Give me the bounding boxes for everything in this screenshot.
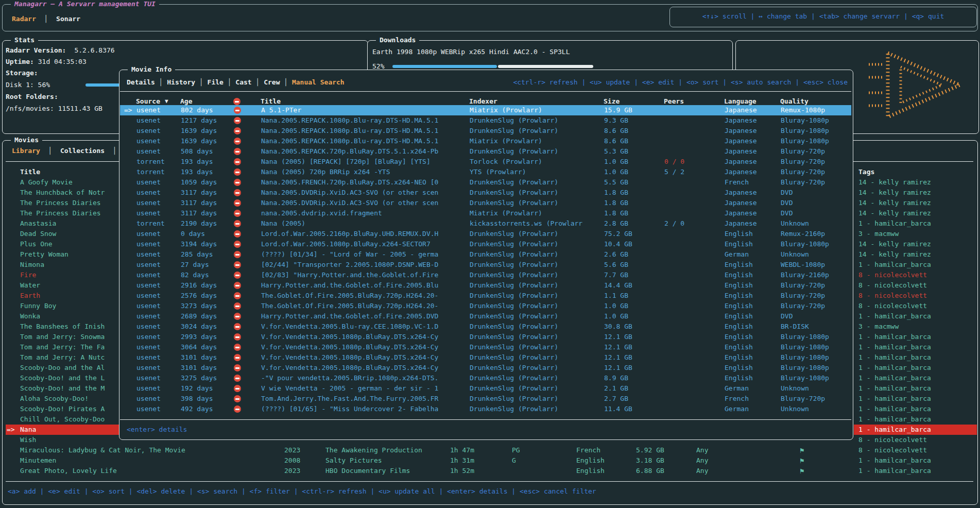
release-indexer: DrunkenSlug (Prowlarr) bbox=[470, 332, 558, 342]
release-row[interactable]: usenet3117 daysnana.2005.dvdrip.xvid.fra… bbox=[120, 208, 851, 218]
release-quality: Bluray-1080p bbox=[781, 115, 829, 126]
tab-sonarr[interactable]: Sonarr bbox=[56, 15, 80, 23]
movie-title[interactable]: Minutemen bbox=[20, 455, 56, 466]
movie-tag: 1 - hamilcar_barca bbox=[858, 466, 931, 476]
uptime-label: Uptime: bbox=[6, 58, 34, 65]
tab-separator: │ bbox=[36, 15, 56, 23]
release-row[interactable]: torrent193 daysNana (2005) [REPACK] [720… bbox=[120, 157, 851, 167]
movie-title[interactable]: Funny Boy bbox=[20, 301, 56, 311]
release-row[interactable]: usenet1639 daysNana.2005.REPACK.1080p.Bl… bbox=[120, 126, 851, 136]
rejected-icon bbox=[234, 189, 241, 196]
movie-info-tabs: Details │ History │ File │ Cast │ Crew │… bbox=[127, 77, 345, 88]
movie-title[interactable]: Great Photo, Lovely Life bbox=[20, 466, 117, 476]
release-row[interactable]: usenet3101 daysV.for.Vendetta.2005.1080p… bbox=[120, 363, 851, 373]
movie-title[interactable]: The Hunchback of Notr bbox=[20, 188, 105, 198]
release-row[interactable]: usenet192 daysV wie Vendetta - 2005 - ge… bbox=[120, 383, 851, 394]
release-row[interactable]: usenet1217 daysNana.2005.REPACK.1080p.Bl… bbox=[120, 115, 851, 126]
movie-title[interactable]: Scooby-Doo! and the L bbox=[20, 373, 105, 383]
movie-title[interactable]: Pretty Woman bbox=[20, 249, 68, 260]
release-row[interactable]: torrent193 daysNana (2005) 720p BRRip x2… bbox=[120, 167, 851, 177]
movie-title[interactable]: Tom and Jerry: Snowma bbox=[20, 332, 105, 342]
release-size: 12.1 GB bbox=[604, 342, 632, 352]
movies-panel-title: Movies bbox=[11, 136, 42, 144]
release-row[interactable]: usenet82 days[02/83] "Harry.Potter.and.t… bbox=[120, 270, 851, 280]
movie-title[interactable]: The Princess Diaries bbox=[20, 198, 101, 208]
movie-title[interactable]: Dead Snow bbox=[20, 229, 56, 239]
release-quality: DVD bbox=[781, 198, 793, 208]
release-quality: Bluray-720p bbox=[781, 177, 825, 188]
release-row[interactable]: usenet1639 daysNana.2005.REPACK.1080p.Bl… bbox=[120, 136, 851, 146]
release-row[interactable]: usenet3101 daysV.for.Vendetta.2005.1080p… bbox=[120, 352, 851, 363]
movie-title[interactable]: The Banshees of Inish bbox=[20, 321, 105, 332]
release-language: Japanese bbox=[725, 188, 757, 198]
tab-separator: │ bbox=[105, 147, 116, 155]
tab-library[interactable]: Library bbox=[12, 147, 40, 155]
release-quality: Bluray-1080p bbox=[781, 363, 829, 373]
movie-title[interactable]: Scooby-Doo! Pirates A bbox=[20, 404, 105, 414]
movie-tag: 1 - hamilcar_barca bbox=[858, 404, 931, 414]
release-quality: Remux-1080p bbox=[781, 105, 825, 115]
release-row[interactable]: usenet492 days(????) [01/65] - "Miss Und… bbox=[120, 404, 851, 414]
release-indexer: DrunkenSlug (Prowlarr) bbox=[470, 373, 558, 383]
movie-title[interactable]: Tom and Jerry: The Fa bbox=[20, 342, 105, 352]
movie-title[interactable]: Water bbox=[20, 280, 40, 291]
tab-cast[interactable]: Cast bbox=[235, 78, 251, 86]
release-quality: Bluray-720p bbox=[781, 301, 825, 311]
movie-title[interactable]: Plus One bbox=[20, 239, 53, 249]
movie-title[interactable]: Scooby-Doo and the Al bbox=[20, 363, 105, 373]
tab-crew[interactable]: Crew bbox=[264, 78, 280, 86]
release-row[interactable]: usenet3024 daysV.for.Vendetta.2005.Blu-r… bbox=[120, 321, 851, 332]
movie-title[interactable]: The Princess Diaries bbox=[20, 208, 101, 218]
movie-title[interactable]: Fire bbox=[20, 270, 36, 280]
release-row[interactable]: usenet2916 daysHarry.Potter.and.the.Gobl… bbox=[120, 280, 851, 291]
release-row[interactable]: usenet508 daysNana.2005.REPACK.720p.BluR… bbox=[120, 146, 851, 157]
release-indexer: DrunkenSlug (Prowlarr) bbox=[470, 311, 558, 321]
movie-tag: 1 - hamilcar_barca bbox=[858, 218, 931, 229]
movie-title[interactable]: Chill Out, Scooby-Doo bbox=[20, 414, 105, 425]
movie-title[interactable]: Aloha Scooby-Doo! bbox=[20, 394, 89, 404]
release-row[interactable]: usenet0 daysLord.of.War.2005.2160p.BluRa… bbox=[120, 229, 851, 239]
movie-title[interactable]: Earth bbox=[20, 291, 40, 301]
tab-manual-search[interactable]: Manual Search bbox=[292, 78, 345, 86]
release-title: Harry.Potter.and.the.Goblet.of.Fire.2005… bbox=[261, 280, 438, 291]
tab-details[interactable]: Details bbox=[127, 78, 155, 86]
release-indexer: Miatrix (Prowlarr) bbox=[470, 208, 542, 218]
release-title: The.Goblet.Of.Fire.2005.BluRay.720p.H264… bbox=[261, 301, 438, 311]
movie-title[interactable]: Scooby-Doo! and the M bbox=[20, 383, 105, 394]
movie-title[interactable]: Tom and Jerry: A Nutc bbox=[20, 352, 105, 363]
release-age: 2689 days bbox=[181, 311, 217, 321]
release-row[interactable]: usenet1059 daysNana.2005.FRENCH.720p.Blu… bbox=[120, 177, 851, 188]
tab-file[interactable]: File bbox=[208, 78, 223, 86]
release-source: torrent bbox=[136, 167, 165, 177]
movie-tag: 3 - macmww bbox=[858, 321, 899, 332]
release-language: English bbox=[725, 352, 753, 363]
release-size: 2.7 GB bbox=[604, 394, 628, 404]
release-row[interactable]: usenet2576 daysThe.Goblet.Of.Fire.2005.B… bbox=[120, 291, 851, 301]
release-language: Japanese bbox=[725, 126, 757, 136]
release-row[interactable]: usenet3064 daysV.for.Vendetta.2005.1080p… bbox=[120, 342, 851, 352]
movie-title[interactable]: Wonka bbox=[20, 311, 40, 321]
movie-title[interactable]: Anastasia bbox=[20, 218, 56, 229]
release-language: German bbox=[725, 249, 749, 260]
tab-history[interactable]: History bbox=[167, 78, 195, 86]
tab-collections[interactable]: Collections bbox=[60, 147, 105, 155]
tab-radarr[interactable]: Radarr bbox=[12, 15, 36, 23]
release-row[interactable]: usenet3275 days-"V pour vendetta.2005.BR… bbox=[120, 373, 851, 383]
release-row[interactable]: usenet3273 daysThe.Goblet.Of.Fire.2005.B… bbox=[120, 301, 851, 311]
movie-title[interactable]: A Goofy Movie bbox=[20, 177, 73, 188]
movie-title[interactable]: Wish bbox=[20, 435, 36, 445]
release-row[interactable]: usenet398 daysTom.And.Jerry.The.Fast.And… bbox=[120, 394, 851, 404]
release-row[interactable]: usenet285 days(????) [01/34] - "Lord of … bbox=[120, 249, 851, 260]
release-row[interactable]: usenet3194 daysLord.of.War.2005.1080p.Bl… bbox=[120, 239, 851, 249]
release-row[interactable]: =>usenet802 daysA 5.1-PTerMiatrix (Prowl… bbox=[120, 105, 851, 115]
release-row[interactable]: usenet27 days[02/44] "Transporter 2.2005… bbox=[120, 260, 851, 270]
movie-title[interactable]: Miraculous: Ladybug & Cat Noir, The Movi… bbox=[20, 445, 185, 455]
movie-title[interactable]: Nimona bbox=[20, 260, 44, 270]
release-row[interactable]: torrent2190 daysNana (2005)kickasstorren… bbox=[120, 218, 851, 229]
release-row[interactable]: usenet3117 daysNana.2005.DVDRip.XviD.AC3… bbox=[120, 188, 851, 198]
release-row[interactable]: usenet2993 daysV.for.Vendetta.2005.1080p… bbox=[120, 332, 851, 342]
movie-title[interactable]: Nana bbox=[20, 425, 36, 435]
release-row[interactable]: usenet3117 daysNana.2005.DVDRip.XviD.AC3… bbox=[120, 198, 851, 208]
movie-tag: 8 - nicolecolvett bbox=[858, 445, 927, 455]
release-row[interactable]: usenet2689 daysHarry.Potter.and.the.Gobl… bbox=[120, 311, 851, 321]
